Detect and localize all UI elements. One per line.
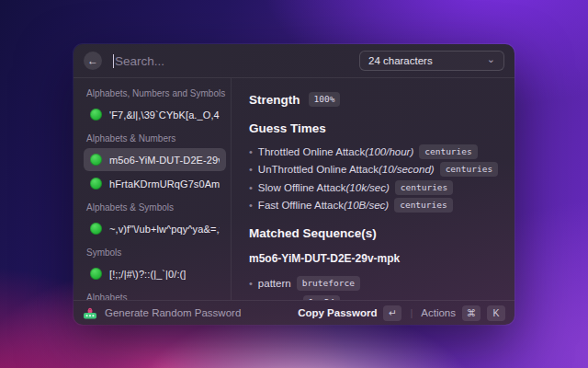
section-label: Alphabets xyxy=(86,293,226,300)
bullet-icon: • xyxy=(249,164,253,175)
attack-name: UnThrottled Online Attack xyxy=(258,164,379,175)
list-item-selected[interactable]: m5o6-YiM-DUT-D2E-29v-mpk xyxy=(84,148,226,171)
extension-identity: Generate Random Password xyxy=(83,305,241,320)
footer-actions: Copy Password ↵ | Actions ⌘ K xyxy=(298,305,505,321)
back-arrow-icon: ← xyxy=(87,54,98,67)
password-list-sidebar: Alphabets, Numbers and Symbols 'F7,&l|,\… xyxy=(74,78,232,300)
back-button[interactable]: ← xyxy=(84,52,102,70)
copy-password-button[interactable]: Copy Password ↵ xyxy=(298,305,401,321)
attack-name: Slow Offline Attack xyxy=(258,182,346,193)
matched-password: m5o6-YiM-DUT-D2E-29v-mpk xyxy=(249,252,503,265)
prop-row: • guesses 1e+24 xyxy=(249,293,503,300)
password-text: hFrtaKDrmURqG7s0AmxXBW24 xyxy=(109,178,220,190)
desktop-wallpaper: ← 24 characters ⌄ Alphabets, Numbers and… xyxy=(0,0,588,368)
password-dot-icon xyxy=(90,154,102,166)
attack-name: Fast Offline Attack xyxy=(258,200,344,211)
guess-times-heading: Guess Times xyxy=(249,121,503,135)
attack-rate: (100/hour) xyxy=(365,146,413,157)
matched-props-list: • pattern bruteforce • guesses 1e+24 xyxy=(249,273,503,300)
attack-rate: (10B/sec) xyxy=(344,200,389,211)
password-app-icon xyxy=(83,305,97,320)
matched-sequences-heading: Matched Sequence(s) xyxy=(249,226,503,240)
character-length-dropdown[interactable]: 24 characters ⌄ xyxy=(359,51,504,71)
password-dot-icon xyxy=(90,223,102,235)
section-alphabets-symbols: Alphabets & Symbols ~,v)f"\/ub+lw^pqy^ya… xyxy=(85,202,226,240)
attack-rate: (10k/sec) xyxy=(346,182,390,193)
bullet-icon: • xyxy=(249,182,253,193)
attack-time-badge: centuries xyxy=(440,162,498,177)
password-text: m5o6-YiM-DUT-D2E-29v-mpk xyxy=(109,155,220,166)
password-text: 'F7,&l|,\39`CYbK[a._O,4@ xyxy=(109,109,220,121)
chevron-down-icon: ⌄ xyxy=(487,54,495,64)
enter-key-icon: ↵ xyxy=(383,305,401,321)
password-generator-window: ← 24 characters ⌄ Alphabets, Numbers and… xyxy=(74,44,514,325)
bullet-icon: • xyxy=(249,278,253,289)
password-dot-icon xyxy=(90,178,102,190)
footer-bar: Generate Random Password Copy Password ↵… xyxy=(74,300,514,325)
extension-name: Generate Random Password xyxy=(105,307,241,318)
password-dot-icon xyxy=(90,268,102,280)
dropdown-value: 24 characters xyxy=(368,55,433,66)
actions-button[interactable]: Actions ⌘ K xyxy=(421,305,505,321)
attack-time-badge: centuries xyxy=(395,180,453,195)
section-alphabets: Alphabets xyxy=(85,293,226,300)
prop-value-badge: bruteforce xyxy=(297,276,360,291)
k-key-icon: K xyxy=(487,305,505,321)
attack-time-badge: centuries xyxy=(419,144,477,159)
attack-name: Throttled Online Attack xyxy=(258,146,365,157)
list-item[interactable]: hFrtaKDrmURqG7s0AmxXBW24 xyxy=(84,172,226,195)
attack-list: • Throttled Online Attack(100/hour) cent… xyxy=(249,143,503,214)
section-label: Alphabets & Symbols xyxy=(86,202,226,213)
prop-row: • pattern bruteforce xyxy=(249,273,503,293)
section-label: Alphabets & Numbers xyxy=(86,133,226,144)
section-label: Alphabets, Numbers and Symbols xyxy=(86,88,226,98)
section-alphabets-numbers-symbols: Alphabets, Numbers and Symbols 'F7,&l|,\… xyxy=(85,88,226,126)
strength-row: Strength 100% xyxy=(249,92,503,107)
list-item[interactable]: ~,v)f"\/ub+lw^pqy^ya&=,x xyxy=(84,217,226,240)
list-item[interactable]: 'F7,&l|,\39`CYbK[a._O,4@ xyxy=(84,103,226,126)
search-field-wrap xyxy=(113,54,359,68)
footer-divider: | xyxy=(410,307,413,318)
strength-value-badge: 100% xyxy=(309,92,341,107)
copy-password-label: Copy Password xyxy=(298,307,377,318)
window-body: Alphabets, Numbers and Symbols 'F7,&l|,\… xyxy=(74,78,514,300)
section-label: Symbols xyxy=(86,247,226,258)
strength-heading: Strength xyxy=(249,93,300,107)
detail-panel: Strength 100% Guess Times • Throttled On… xyxy=(232,78,514,300)
text-caret xyxy=(113,54,114,68)
password-text: [!;;/|#\)?::(|_`|0/:(] xyxy=(109,269,187,280)
attack-rate: (10/second) xyxy=(379,164,435,175)
bullet-icon: • xyxy=(249,200,253,211)
password-dot-icon xyxy=(90,109,102,121)
prop-name: pattern xyxy=(258,278,291,289)
section-symbols: Symbols [!;;/|#\)?::(|_`|0/:(] xyxy=(85,247,226,285)
command-key-icon: ⌘ xyxy=(462,305,481,321)
attack-row: • Fast Offline Attack(10B/sec) centuries xyxy=(249,197,503,215)
actions-label: Actions xyxy=(421,307,456,318)
password-text: ~,v)f"\/ub+lw^pqy^ya&=,x xyxy=(109,224,220,235)
attack-time-badge: centuries xyxy=(394,198,452,213)
attack-row: • UnThrottled Online Attack(10/second) c… xyxy=(249,161,503,179)
list-item[interactable]: [!;;/|#\)?::(|_`|0/:(] xyxy=(84,262,226,285)
section-alphabets-numbers: Alphabets & Numbers m5o6-YiM-DUT-D2E-29v… xyxy=(85,133,226,195)
attack-row: • Slow Offline Attack(10k/sec) centuries xyxy=(249,178,503,197)
bullet-icon: • xyxy=(249,146,253,157)
header-bar: ← 24 characters ⌄ xyxy=(74,44,514,78)
attack-row: • Throttled Online Attack(100/hour) cent… xyxy=(249,143,503,161)
search-input[interactable] xyxy=(115,54,359,68)
